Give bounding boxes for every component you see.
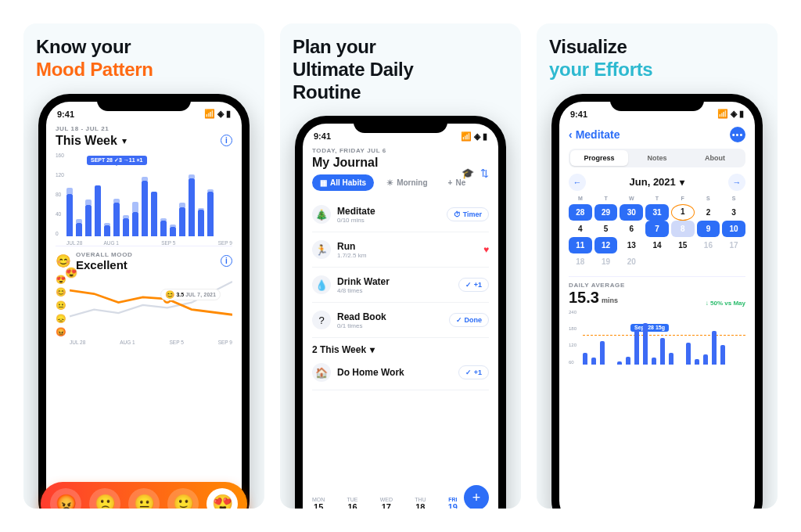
cal-day[interactable]: 5	[594, 221, 618, 237]
chevron-left-icon: ‹	[569, 128, 573, 141]
cal-day[interactable]: 28	[569, 204, 592, 221]
cal-day[interactable]: 9	[697, 221, 720, 237]
back-button[interactable]: ‹Meditate	[569, 128, 620, 141]
stat-unit: mins	[602, 297, 618, 304]
cal-day[interactable]: 29	[594, 204, 618, 221]
add-habit-fab[interactable]: +	[464, 485, 489, 509]
cal-day[interactable]: 3	[722, 204, 745, 221]
day-tab[interactable]: THU18	[415, 497, 426, 509]
notch	[354, 116, 447, 133]
cal-day[interactable]: 18	[569, 253, 592, 270]
achieve-icon[interactable]: 🎓	[462, 167, 474, 179]
week-title: This Week	[56, 134, 117, 148]
bar-tooltip: SEPT 28 ✓3 →11 ×1	[87, 156, 147, 165]
next-month-button[interactable]: →	[728, 174, 745, 191]
signal-icon: 📶	[204, 109, 215, 119]
cal-day[interactable]	[697, 253, 720, 270]
mini-y: 24018012060	[569, 310, 577, 365]
screen: 9:41 📶 ◈ ▮ JUL 18 - JUL 21 This Week i 1…	[46, 102, 242, 509]
cal-day[interactable]: 12	[594, 237, 618, 253]
status-time: 9:41	[570, 110, 587, 119]
panel-journal: Plan your Ultimate Daily Routine 9:41 📶◈…	[280, 23, 521, 509]
mood-happy-button[interactable]: 🙂	[167, 488, 199, 509]
content: ‹Meditate ••• ProgressNotesAbout ← Jun, …	[559, 122, 755, 509]
day-tab[interactable]: FRI19	[448, 497, 458, 509]
section-this-week[interactable]: 2 This Week	[312, 338, 489, 355]
cal-day[interactable]: 31	[645, 204, 669, 221]
sort-icon[interactable]: ⇅	[480, 167, 489, 179]
prev-month-button[interactable]: ←	[569, 174, 586, 191]
mood-sad-button[interactable]: 🙁	[89, 488, 120, 509]
mood-value: 3.5	[176, 292, 184, 297]
plus-one-button[interactable]: ✓+1	[458, 365, 489, 379]
cal-day[interactable]: 17	[722, 237, 745, 253]
habit-item[interactable]: 💧 Drink Water 4/8 times✓+1	[312, 268, 489, 303]
habit-action-button[interactable]: ✓Done	[449, 313, 490, 327]
headline-line1: Plan your	[293, 36, 376, 57]
habit-item[interactable]: 🏠 Do Home Work ✓+1	[312, 355, 489, 390]
segment-progress[interactable]: Progress	[570, 150, 628, 166]
day-tab[interactable]: WED17	[380, 497, 393, 509]
habit-action-button[interactable]: ⏱Timer	[447, 207, 489, 221]
cal-day[interactable]: 16	[697, 237, 720, 253]
cal-day[interactable]: 8	[671, 221, 695, 237]
today-date: TODAY, FRIDAY JUL 6	[312, 147, 489, 154]
habit-item[interactable]: 🎄 Meditate 0/10 mins⏱Timer	[312, 197, 489, 232]
habit-sub: 4/8 times	[337, 287, 452, 294]
journal-title: My Journal	[312, 156, 378, 170]
cal-day[interactable]: 20	[620, 253, 643, 270]
headline-line2: your Efforts	[549, 59, 652, 80]
mood-y: 😍😊😐😞😡	[56, 275, 66, 337]
emoji-picker: 😡 🙁 😐 🙂 😍	[41, 482, 247, 509]
cal-day[interactable]: 11	[569, 237, 592, 253]
day-tab[interactable]: MON15	[312, 497, 325, 509]
stat-label: DAILY AVERAGE	[569, 282, 745, 289]
habit-item[interactable]: ? Read Book 0/1 times✓Done	[312, 303, 489, 338]
cal-day[interactable]	[671, 253, 695, 270]
screen: 9:41 📶◈▮ 🎓 ⇅ TODAY, FRIDAY JUL 6 My Jour…	[303, 124, 498, 509]
cal-day[interactable]: 15	[671, 237, 695, 253]
cal-day[interactable]	[645, 253, 669, 270]
habit-list: 🎄 Meditate 0/10 mins⏱Timer🏃 Run 1.7/2.5 …	[312, 197, 489, 338]
cal-day[interactable]: 13	[620, 237, 643, 253]
segment-notes[interactable]: Notes	[628, 150, 686, 166]
month-label[interactable]: Jun, 2021	[630, 176, 685, 188]
cal-day[interactable]: 1	[671, 204, 695, 221]
title-row[interactable]: This Week i	[56, 134, 232, 148]
cal-day[interactable]	[722, 253, 745, 270]
mood-subtitle: OVERALL MOOD	[76, 251, 216, 258]
mini-bars	[583, 318, 745, 365]
calendar: MTWTFSS 28293031123456789101112131415161…	[569, 196, 745, 270]
day-tab[interactable]: TUE16	[347, 497, 358, 509]
cal-day[interactable]: 19	[594, 253, 618, 270]
filter-all-button[interactable]: ▦All Habits	[312, 174, 374, 191]
headline: Visualize your Efforts	[549, 36, 652, 81]
headline-line3: Routine	[293, 81, 361, 102]
status-icons: 📶 ◈ ▮	[204, 109, 231, 119]
cal-day[interactable]: 7	[645, 221, 669, 237]
segment-about[interactable]: About	[686, 150, 744, 166]
notch	[610, 94, 704, 111]
cal-day[interactable]: 6	[620, 221, 643, 237]
more-button[interactable]: •••	[730, 127, 745, 142]
habit-item[interactable]: 🏃 Run 1.7/2.5 km♥	[312, 232, 489, 268]
plus-icon: +	[448, 178, 453, 187]
info-icon[interactable]: i	[221, 135, 232, 146]
week-day-tabs: MON15TUE16WED17THU18FRI19	[312, 497, 458, 509]
filter-morning-button[interactable]: ☀Morning	[379, 174, 435, 191]
notch	[97, 94, 191, 111]
mood-angry-button[interactable]: 😡	[50, 488, 81, 509]
habit-action-button[interactable]: ✓+1	[458, 278, 489, 292]
content: 🎓 ⇅ TODAY, FRIDAY JUL 6 My Journal ▦All …	[303, 144, 498, 509]
cal-day[interactable]: 10	[722, 221, 745, 237]
cal-day[interactable]: 30	[620, 204, 643, 221]
mood-neutral-button[interactable]: 😐	[128, 488, 160, 509]
cal-day[interactable]: 2	[697, 204, 720, 221]
habit-icon: 🏠	[312, 363, 331, 382]
mood-love-button[interactable]: 😍	[207, 488, 238, 509]
cal-day[interactable]: 4	[569, 221, 592, 237]
cal-day[interactable]: 14	[645, 237, 669, 253]
y-axis: 16012080400	[56, 153, 64, 236]
line-peak-emoji: 😍	[65, 267, 77, 279]
info-icon[interactable]: i	[221, 255, 232, 267]
